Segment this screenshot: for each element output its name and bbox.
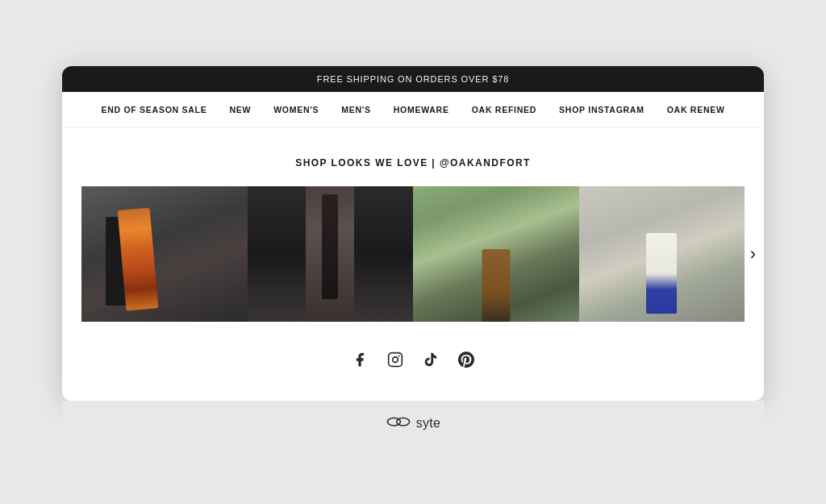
- syte-footer: syte: [62, 401, 764, 446]
- gallery-item-2[interactable]: [248, 186, 414, 322]
- tiktok-icon[interactable]: [422, 351, 440, 369]
- nav-item-new[interactable]: NEW: [229, 105, 251, 115]
- nav-item-shop-instagram[interactable]: SHOP INSTAGRAM: [559, 105, 645, 115]
- syte-icon: [386, 414, 411, 433]
- page-wrapper: FREE SHIPPING ON ORDERS OVER $78 END OF …: [0, 34, 826, 470]
- announcement-bar: FREE SHIPPING ON ORDERS OVER $78: [62, 66, 764, 92]
- gallery-next-button[interactable]: ›: [744, 240, 762, 268]
- announcement-text: FREE SHIPPING ON ORDERS OVER $78: [317, 74, 509, 84]
- gallery-grid: [81, 186, 745, 322]
- nav-item-oak-renew[interactable]: OAK RENEW: [667, 105, 725, 115]
- nav-item-oak-refined[interactable]: OAK REFINED: [472, 105, 536, 115]
- nav-item-homeware[interactable]: HOMEWARE: [394, 105, 449, 115]
- svg-point-1: [393, 357, 398, 363]
- gallery-item-1[interactable]: [81, 186, 248, 322]
- gallery-wrapper: ›: [81, 186, 745, 322]
- facebook-icon[interactable]: [351, 351, 369, 369]
- gallery-item-3[interactable]: [413, 186, 579, 322]
- nav-item-end-of-season-sale[interactable]: END OF SEASON SALE: [101, 105, 206, 115]
- instagram-icon[interactable]: [386, 351, 404, 369]
- social-icons-row: [81, 351, 745, 369]
- browser-window: FREE SHIPPING ON ORDERS OVER $78 END OF …: [62, 66, 764, 401]
- syte-logo: syte: [386, 414, 441, 433]
- svg-point-2: [398, 355, 400, 356]
- pinterest-icon[interactable]: [457, 351, 475, 369]
- nav-item-womens[interactable]: WOMEN'S: [273, 105, 319, 115]
- nav-item-mens[interactable]: MEN'S: [341, 105, 371, 115]
- syte-brand-text: syte: [416, 416, 441, 431]
- gallery-item-4[interactable]: [579, 186, 745, 322]
- main-nav: END OF SEASON SALE NEW WOMEN'S MEN'S HOM…: [62, 92, 764, 128]
- section-title: SHOP LOOKS WE LOVE | @OAKANDFORT: [81, 157, 745, 169]
- main-content: SHOP LOOKS WE LOVE | @OAKANDFORT: [62, 128, 764, 401]
- svg-point-4: [396, 418, 409, 426]
- svg-rect-0: [389, 353, 403, 367]
